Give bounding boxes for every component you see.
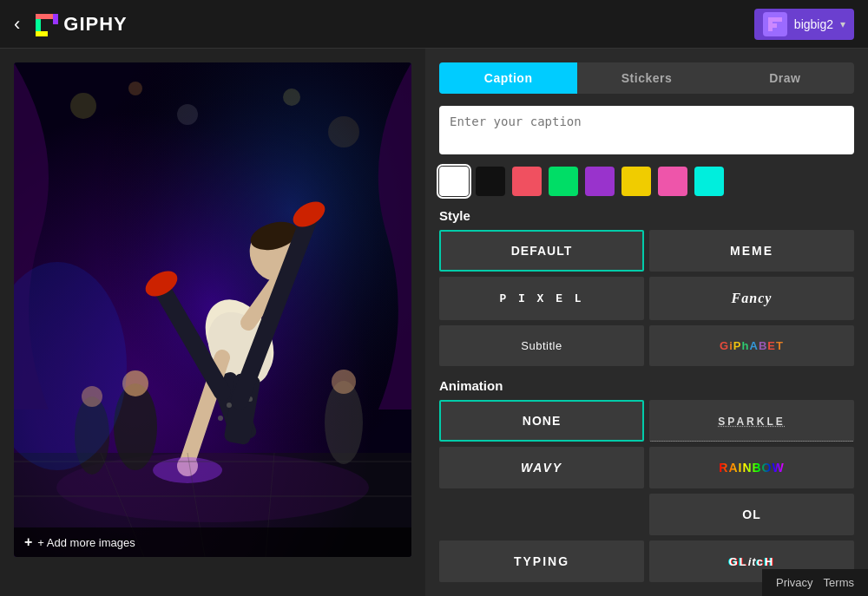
tab-caption[interactable]: Caption (439, 62, 577, 94)
color-swatch-yellow[interactable] (621, 167, 651, 196)
style-btn-meme[interactable]: MEME (649, 230, 854, 272)
username-label: bigbig2 (794, 17, 833, 31)
svg-point-16 (328, 116, 359, 147)
style-section-label: Style (439, 208, 854, 223)
color-swatch-green[interactable] (549, 167, 578, 196)
header: ‹ GIPHY bigbig2 ▾ (0, 0, 868, 49)
giphy-logo-icon (34, 12, 58, 36)
color-swatches (439, 167, 854, 196)
animation-section: Animation NONE SPARKLE WAVY RAINBOW OL T… (439, 378, 854, 582)
anim-btn-rainbow[interactable]: RAINBOW (649, 447, 854, 488)
color-swatch-cyan[interactable] (694, 167, 724, 196)
main-content: + + Add more images Caption Stickers Dra… (0, 49, 868, 596)
add-images-bar[interactable]: + + Add more images (14, 527, 411, 557)
svg-rect-5 (768, 17, 782, 22)
style-btn-subtitle[interactable]: Subtitle (439, 325, 644, 366)
style-grid: DEFAULT MEME P I X E L Fancy Subtitle Gi… (439, 230, 854, 366)
terms-link[interactable]: Terms (819, 574, 859, 591)
privacy-link[interactable]: Privacy (771, 574, 819, 591)
back-button[interactable]: ‹ (14, 15, 20, 34)
svg-point-29 (218, 416, 223, 421)
anim-btn-ol[interactable]: OL (649, 494, 854, 535)
color-swatch-black[interactable] (476, 167, 505, 196)
style-btn-pixel[interactable]: P I X E L (439, 277, 644, 320)
svg-point-15 (283, 88, 300, 106)
svg-point-22 (332, 370, 356, 394)
add-images-label: + Add more images (37, 536, 135, 549)
left-panel: + + Add more images (0, 49, 425, 596)
svg-rect-6 (768, 23, 777, 28)
style-section: Style DEFAULT MEME P I X E L Fancy Subti… (439, 208, 854, 366)
giphy-logo-text: GIPHY (63, 13, 127, 36)
right-panel: Caption Stickers Draw Style DEFAULT MEME… (425, 49, 868, 596)
animation-section-label: Animation (439, 378, 854, 393)
svg-rect-3 (36, 31, 48, 36)
gif-image (14, 62, 411, 557)
style-btn-giphabet[interactable]: GiPhABET (649, 325, 854, 366)
svg-point-12 (70, 93, 96, 119)
color-swatch-red[interactable] (512, 167, 542, 196)
anim-btn-none[interactable]: NONE (439, 400, 644, 442)
svg-rect-2 (53, 14, 58, 24)
color-swatch-pink[interactable] (658, 167, 687, 196)
style-btn-fancy[interactable]: Fancy (649, 277, 854, 320)
svg-point-14 (177, 104, 198, 125)
anim-btn-typing[interactable]: TYPING (439, 540, 644, 582)
tabs-bar: Caption Stickers Draw (439, 62, 854, 94)
anim-btn-sparkle[interactable]: SPARKLE (649, 400, 854, 442)
svg-point-13 (128, 82, 142, 95)
svg-point-28 (227, 403, 232, 408)
color-swatch-white[interactable] (439, 167, 469, 196)
plus-icon: + (24, 534, 32, 550)
user-menu[interactable]: bigbig2 ▾ (754, 9, 854, 40)
chevron-down-icon: ▾ (840, 18, 845, 30)
user-avatar (763, 12, 787, 36)
gif-preview: + + Add more images (14, 62, 411, 557)
style-btn-default[interactable]: DEFAULT (439, 230, 644, 272)
animation-grid: NONE SPARKLE WAVY RAINBOW OL TYPING GLit… (439, 400, 854, 582)
footer: Privacy Terms (762, 569, 868, 596)
logo-area: GIPHY (34, 12, 127, 36)
anim-btn-wavy[interactable]: WAVY (439, 447, 644, 488)
tab-draw[interactable]: Draw (716, 62, 854, 94)
caption-input[interactable] (439, 106, 854, 154)
tab-stickers[interactable]: Stickers (577, 62, 715, 94)
color-swatch-purple[interactable] (585, 167, 615, 196)
